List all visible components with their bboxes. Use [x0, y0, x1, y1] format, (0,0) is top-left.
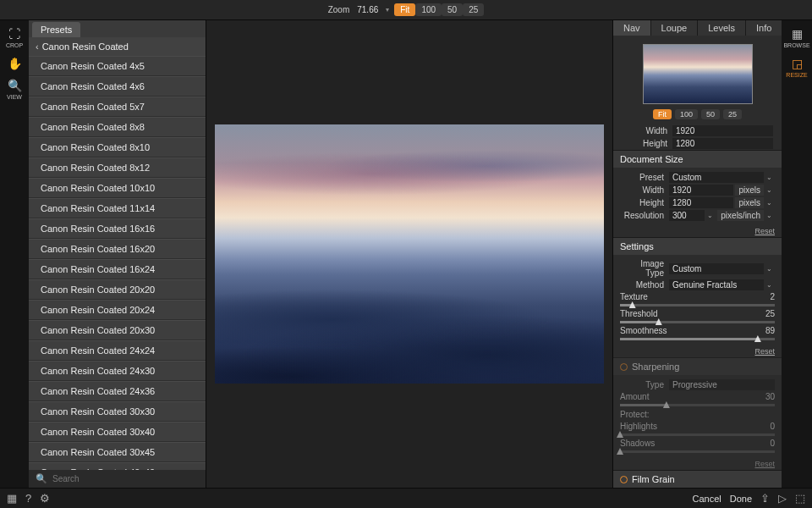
preset-item[interactable]: Canon Resin Coated 11x14 [29, 198, 206, 218]
chevron-down-icon[interactable]: ⌄ [764, 281, 775, 289]
preset-list[interactable]: Canon Resin Coated 4x5Canon Resin Coated… [29, 56, 206, 470]
nav-zoom-25[interactable]: 25 [723, 109, 742, 119]
tool-hand[interactable]: ✋ [3, 57, 26, 70]
presets-tab[interactable]: Presets [32, 22, 80, 37]
zoom-25-button[interactable]: 25 [463, 3, 484, 16]
navigator-thumbnail[interactable] [643, 44, 753, 104]
tab-levels[interactable]: Levels [698, 20, 746, 36]
zoom-dropdown-icon[interactable]: ▾ [386, 6, 389, 14]
grid-icon[interactable]: ▦ [7, 492, 17, 505]
doc-res-unit[interactable]: pixels/inch [717, 210, 764, 221]
zoom-50-button[interactable]: 50 [442, 3, 463, 16]
preset-item[interactable]: Canon Resin Coated 24x30 [29, 361, 206, 381]
canvas[interactable] [206, 20, 612, 488]
preset-item[interactable]: Canon Resin Coated 30x45 [29, 442, 206, 462]
preset-search-input[interactable] [52, 474, 199, 483]
chevron-down-icon[interactable]: ⌄ [764, 265, 775, 273]
preset-group-label: Canon Resin Coated [42, 41, 129, 52]
preset-item[interactable]: Canon Resin Coated 20x30 [29, 320, 206, 340]
amount-slider[interactable]: Amount30 [620, 391, 775, 408]
chevron-down-icon[interactable]: ⌄ [764, 199, 775, 207]
width-value[interactable]: 1920 [672, 125, 773, 136]
shadows-slider[interactable]: Shadows0 [620, 438, 775, 455]
chevron-down-icon[interactable]: ⌄ [764, 174, 775, 181]
tab-info[interactable]: Info [746, 20, 782, 36]
settings-reset[interactable]: Reset [613, 345, 782, 357]
document-size-header[interactable]: Document Size [613, 151, 782, 168]
doc-width[interactable]: 1920 [669, 185, 733, 196]
sharpening-reset[interactable]: Reset [613, 458, 782, 470]
nav-zoom-fit[interactable]: Fit [653, 109, 672, 119]
tool-view[interactable]: 🔍VIEW [3, 79, 26, 100]
doc-preset[interactable]: Custom [669, 172, 764, 183]
share-icon[interactable]: ⇪ [760, 492, 770, 505]
preset-item[interactable]: Canon Resin Coated 16x24 [29, 259, 206, 279]
zoom-100-button[interactable]: 100 [415, 3, 442, 16]
nav-zoom-50[interactable]: 50 [701, 109, 720, 119]
preset-item[interactable]: Canon Resin Coated 8x8 [29, 117, 206, 137]
highlights-slider[interactable]: Highlights0 [620, 421, 775, 438]
preset-item[interactable]: Canon Resin Coated 30x30 [29, 401, 206, 422]
height-label: Height [622, 139, 672, 148]
tool-browse[interactable]: ▦BROWSE [785, 27, 809, 48]
preset-item[interactable]: Canon Resin Coated 40x40 [29, 462, 206, 470]
photo-preview [215, 124, 604, 384]
toggle-ring-icon[interactable] [620, 363, 628, 371]
chevron-down-icon[interactable]: ⌄ [705, 212, 716, 219]
tool-resize[interactable]: ◲RESIZE [785, 57, 809, 78]
help-icon[interactable]: ? [25, 492, 31, 505]
next-icon[interactable]: ▷ [778, 492, 787, 505]
toggle-ring-icon[interactable] [620, 476, 628, 483]
protect-label: Protect: [620, 408, 775, 421]
sharpening-type[interactable]: Progressive [669, 379, 775, 390]
docsize-reset[interactable]: Reset [613, 225, 782, 237]
back-icon[interactable]: ‹ [36, 41, 39, 52]
threshold-slider[interactable]: Threshold25 [620, 308, 775, 325]
smoothness-slider[interactable]: Smoothness89 [620, 325, 775, 342]
texture-slider[interactable]: Texture2 [620, 291, 775, 308]
image-type[interactable]: Custom [669, 263, 764, 274]
preset-item[interactable]: Canon Resin Coated 4x5 [29, 56, 206, 76]
zoom-value: 71.66 [354, 5, 381, 14]
sharpening-header[interactable]: Sharpening [613, 358, 782, 375]
zoom-label: Zoom [328, 5, 350, 14]
preset-item[interactable]: Canon Resin Coated 20x20 [29, 279, 206, 300]
preset-item[interactable]: Canon Resin Coated 8x12 [29, 157, 206, 178]
bracket-icon[interactable]: ⬚ [795, 492, 805, 505]
height-value[interactable]: 1280 [672, 138, 773, 149]
width-label: Width [622, 126, 672, 135]
preset-item[interactable]: Canon Resin Coated 8x10 [29, 137, 206, 157]
preset-item[interactable]: Canon Resin Coated 24x24 [29, 340, 206, 361]
doc-resolution[interactable]: 300 [669, 210, 705, 221]
doc-height-unit[interactable]: pixels [735, 197, 764, 208]
search-icon: 🔍 [36, 473, 47, 484]
zoom-fit-button[interactable]: Fit [394, 3, 415, 16]
view-icon: 🔍 [8, 79, 22, 92]
crop-icon: ⛶ [8, 27, 20, 41]
settings-header[interactable]: Settings [613, 238, 782, 255]
resize-icon: ◲ [792, 57, 803, 70]
preset-item[interactable]: Canon Resin Coated 16x16 [29, 218, 206, 239]
nav-zoom-100[interactable]: 100 [675, 109, 698, 119]
tab-nav[interactable]: Nav [613, 20, 651, 36]
preset-item[interactable]: Canon Resin Coated 5x7 [29, 97, 206, 117]
chevron-down-icon[interactable]: ⌄ [764, 212, 775, 219]
tool-crop[interactable]: ⛶CROP [3, 27, 26, 48]
done-button[interactable]: Done [730, 494, 752, 504]
preset-item[interactable]: Canon Resin Coated 4x6 [29, 76, 206, 97]
preset-item[interactable]: Canon Resin Coated 30x40 [29, 422, 206, 442]
preset-item[interactable]: Canon Resin Coated 10x10 [29, 178, 206, 198]
preset-item[interactable]: Canon Resin Coated 16x20 [29, 239, 206, 259]
preset-item[interactable]: Canon Resin Coated 24x36 [29, 381, 206, 401]
method[interactable]: Genuine Fractals [669, 279, 764, 290]
tab-loupe[interactable]: Loupe [651, 20, 699, 36]
filmgrain-header[interactable]: Film Grain [613, 471, 782, 488]
doc-height[interactable]: 1280 [669, 197, 733, 208]
browse-icon: ▦ [792, 27, 803, 41]
gear-icon[interactable]: ⚙ [40, 492, 50, 505]
preset-item[interactable]: Canon Resin Coated 20x24 [29, 300, 206, 320]
preset-group-header[interactable]: ‹ Canon Resin Coated [29, 37, 206, 56]
cancel-button[interactable]: Cancel [692, 494, 721, 504]
doc-width-unit[interactable]: pixels [735, 185, 764, 196]
chevron-down-icon[interactable]: ⌄ [764, 186, 775, 194]
